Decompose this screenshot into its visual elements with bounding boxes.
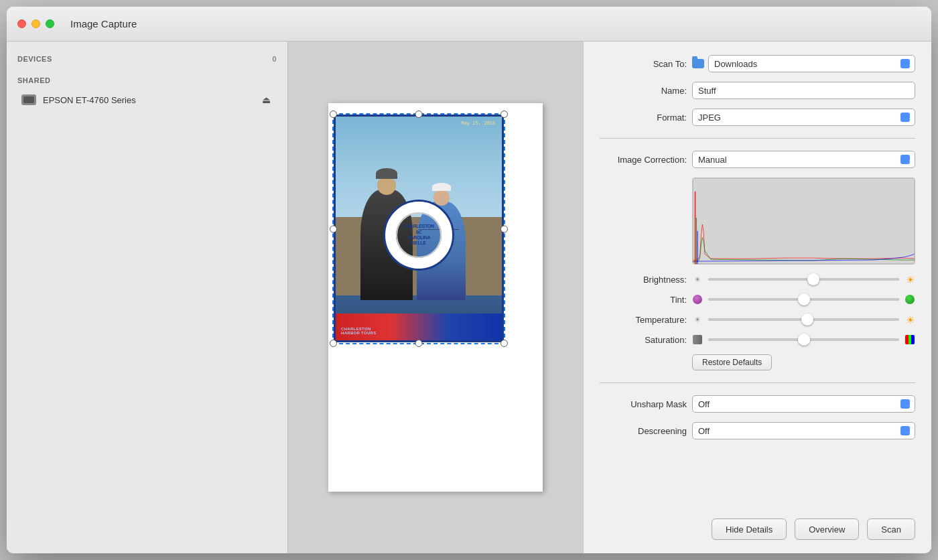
sidebar-item-scanner[interactable]: EPSON ET-4760 Series ⏏ [11,88,283,111]
brightness-row: Brightness: ☀ ☀ [600,274,915,285]
scan-to-select-wrapper: Downloads ⌄ [708,55,915,72]
hide-details-button[interactable]: Hide Details [712,518,787,540]
name-row: Name: [600,82,915,99]
divider-2 [600,382,915,383]
descreening-row: Descreening Off ⌄ [600,422,915,439]
format-control: JPEG ⌄ [692,109,915,126]
format-select-wrapper: JPEG ⌄ [692,109,915,126]
unsharp-mask-control: Off ⌄ [692,395,915,413]
restore-defaults-button[interactable]: Restore Defaults [692,354,772,370]
devices-label: DEVICES [17,55,52,63]
format-row: Format: JPEG ⌄ [600,109,915,126]
name-control [692,82,915,99]
brightness-low-icon: ☀ [692,274,703,285]
descreening-label: Descreening [600,426,687,436]
right-panel: Scan To: Downloads ⌄ Name: [583,42,931,553]
window-title: Image Capture [70,18,137,29]
saturation-low-icon [692,334,703,345]
brightness-high-icon: ☀ [904,274,915,285]
image-correction-select[interactable]: Manual [692,151,915,168]
minimize-button[interactable] [31,19,40,28]
unsharp-mask-row: Unsharp Mask Off ⌄ [600,395,915,413]
temperature-row: Temperature: ☀ ☀ [600,314,915,325]
unsharp-mask-select-wrapper: Off ⌄ [692,395,915,413]
tint-row: Tint: [600,294,915,305]
close-button[interactable] [17,19,26,28]
scan-preview: CharlestonSCCarolinaBelle May 15, 2018 C… [308,90,563,505]
saturation-slider[interactable] [708,338,899,341]
tint-label: Tint: [600,295,687,305]
descreening-select-wrapper: Off ⌄ [692,422,915,439]
scan-to-row: Scan To: Downloads ⌄ [600,55,915,72]
format-select[interactable]: JPEG [692,109,915,126]
shared-label: SHARED [17,76,50,84]
devices-count: 0 [272,55,277,63]
format-label: Format: [600,113,687,123]
temperature-label: Temperature: [600,315,687,325]
sidebar: DEVICES 0 SHARED EPSON ET-4760 Series ⏏ [7,42,288,553]
saturation-high-icon [904,334,915,345]
name-input[interactable] [692,82,915,99]
brightness-slider[interactable] [708,278,899,281]
saturation-label: Saturation: [600,335,687,345]
histogram [692,178,915,265]
devices-section-header: DEVICES 0 [7,52,287,66]
image-correction-control: Manual ⌄ [692,151,915,168]
shared-section-header: SHARED [7,74,287,87]
panel-footer-buttons: Hide Details Overview Scan [600,513,915,540]
descreening-select[interactable]: Off [692,422,915,439]
panel-spacer [600,449,915,504]
divider-1 [600,138,915,139]
name-label: Name: [600,86,687,96]
overview-button[interactable]: Overview [795,518,859,540]
scan-button[interactable]: Scan [867,518,915,540]
tint-low-icon [692,294,703,305]
titlebar: Image Capture [7,7,931,42]
photo-bottom-text: CHARLESTONHARBOR TOURS [341,327,377,335]
life-ring-text: CharlestonSCCarolinaBelle [403,224,433,247]
unsharp-mask-select[interactable]: Off [692,395,915,413]
scan-to-label: Scan To: [600,59,687,69]
scan-to-control: Downloads ⌄ [692,55,915,72]
brightness-label: Brightness: [600,275,687,285]
tint-slider[interactable] [708,298,899,301]
photo-content: CharlestonSCCarolinaBelle May 15, 2018 C… [334,115,504,342]
scanner-item-label: EPSON ET-4760 Series [43,95,253,105]
life-ring: CharlestonSCCarolinaBelle [385,202,452,269]
scan-to-select[interactable]: Downloads [708,55,915,72]
descreening-control: Off ⌄ [692,422,915,439]
unsharp-mask-label: Unsharp Mask [600,399,687,409]
scanner-icon [21,94,36,105]
histogram-chart [693,178,915,264]
photo-date: May 15, 2018 [461,121,495,126]
svg-rect-0 [693,178,915,264]
folder-icon [692,59,704,68]
eject-button[interactable]: ⏏ [259,93,273,107]
temperature-slider[interactable] [708,318,899,321]
traffic-lights [17,19,54,28]
temperature-low-icon: ☀ [692,314,703,325]
restore-defaults-row: Restore Defaults [692,354,915,370]
saturation-row: Saturation: [600,334,915,345]
maximize-button[interactable] [46,19,54,28]
preview-area: CharlestonSCCarolinaBelle May 15, 2018 C… [288,42,583,553]
image-correction-select-wrapper: Manual ⌄ [692,151,915,168]
tint-high-icon [904,294,915,305]
image-correction-row: Image Correction: Manual ⌄ [600,151,915,168]
image-correction-label: Image Correction: [600,155,687,165]
main-content: DEVICES 0 SHARED EPSON ET-4760 Series ⏏ [7,42,931,553]
temperature-high-icon: ☀ [904,314,915,325]
